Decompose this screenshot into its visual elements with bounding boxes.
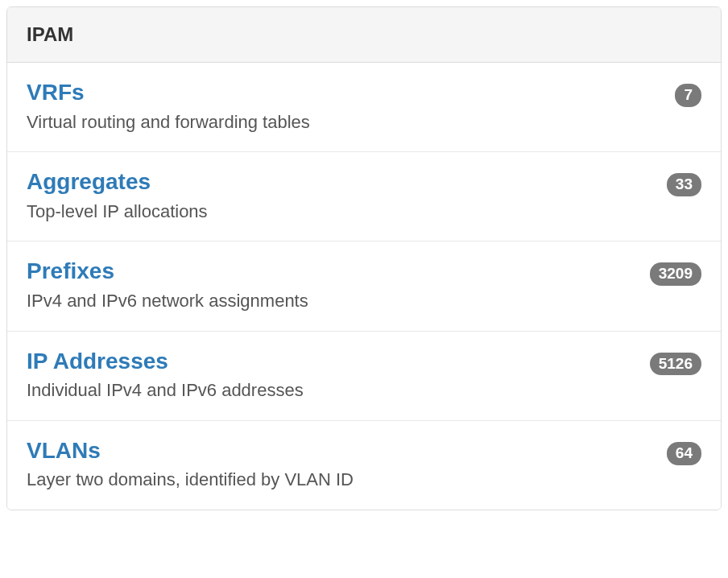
- count-badge: 7: [675, 84, 701, 107]
- count-badge: 64: [667, 442, 701, 465]
- item-content: Aggregates Top-level IP allocations: [27, 168, 667, 223]
- vrfs-link[interactable]: VRFs: [27, 79, 85, 106]
- item-content: Prefixes IPv4 and IPv6 network assignmen…: [27, 258, 650, 312]
- count-badge: 33: [667, 173, 701, 196]
- item-description: IPv4 and IPv6 network assignments: [27, 290, 650, 313]
- list-item-ip-addresses: IP Addresses Individual IPv4 and IPv6 ad…: [7, 332, 721, 421]
- list-item-vlans: VLANs Layer two domains, identified by V…: [7, 421, 721, 510]
- item-description: Layer two domains, identified by VLAN ID: [27, 469, 667, 492]
- list-item-aggregates: Aggregates Top-level IP allocations 33: [7, 152, 721, 242]
- item-description: Individual IPv4 and IPv6 addresses: [27, 379, 650, 403]
- item-content: VRFs Virtual routing and forwarding tabl…: [27, 79, 675, 134]
- count-badge: 3209: [650, 262, 701, 286]
- item-content: VLANs Layer two domains, identified by V…: [27, 437, 667, 492]
- list-item-prefixes: Prefixes IPv4 and IPv6 network assignmen…: [7, 242, 721, 331]
- prefixes-link[interactable]: Prefixes: [27, 258, 114, 285]
- count-badge: 5126: [650, 353, 701, 376]
- panel-header: IPAM: [7, 7, 721, 63]
- panel-title: IPAM: [27, 23, 701, 46]
- item-content: IP Addresses Individual IPv4 and IPv6 ad…: [27, 348, 650, 403]
- item-description: Top-level IP allocations: [27, 200, 667, 224]
- item-description: Virtual routing and forwarding tables: [27, 111, 675, 134]
- list-item-vrfs: VRFs Virtual routing and forwarding tabl…: [7, 63, 721, 152]
- ipam-panel: IPAM VRFs Virtual routing and forwarding…: [6, 6, 722, 510]
- aggregates-link[interactable]: Aggregates: [27, 168, 151, 196]
- vlans-link[interactable]: VLANs: [27, 437, 101, 464]
- ip-addresses-link[interactable]: IP Addresses: [27, 348, 168, 375]
